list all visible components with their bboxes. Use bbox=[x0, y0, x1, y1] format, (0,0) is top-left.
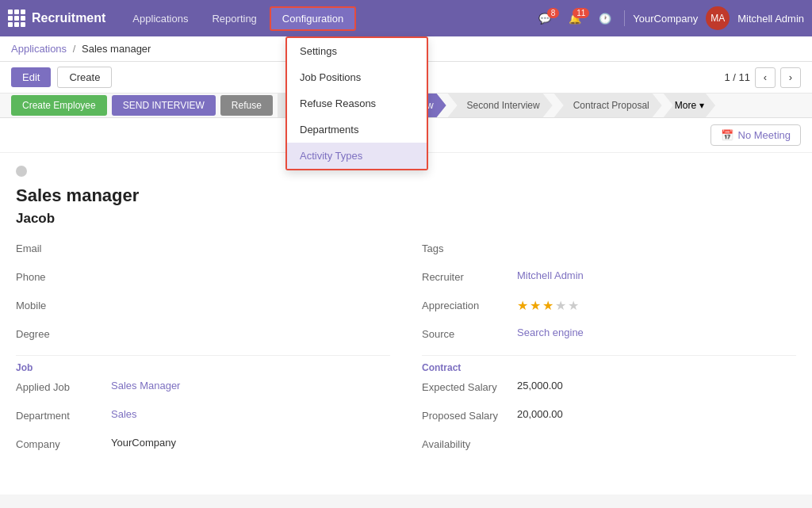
availability-label: Availability bbox=[422, 437, 517, 450]
calendar-icon: 📅 bbox=[721, 129, 733, 141]
degree-label: Degree bbox=[16, 327, 111, 340]
notifications-button[interactable]: 🔔 11 bbox=[564, 10, 586, 28]
department-value[interactable]: Sales bbox=[111, 408, 390, 421]
config-item-settings[interactable]: Settings bbox=[287, 38, 427, 64]
main-content: Sales manager Jacob Email Phone Mobile D bbox=[0, 153, 812, 478]
nav-links: Applications Reporting Configuration bbox=[121, 6, 534, 31]
star-5[interactable]: ★ bbox=[568, 298, 579, 313]
stage-second-interview[interactable]: Second Interview bbox=[448, 94, 553, 117]
record-title: Sales manager bbox=[16, 185, 796, 206]
recruiter-value[interactable]: Mitchell Admin bbox=[517, 269, 796, 282]
expected-salary-field-row: Expected Salary 25,000.00 bbox=[422, 380, 796, 400]
config-item-job-positions[interactable]: Job Positions bbox=[287, 64, 427, 90]
tags-field-row: Tags bbox=[422, 241, 796, 262]
pagination: 1 / 11 ‹ › bbox=[724, 67, 801, 88]
prev-page-button[interactable]: ‹ bbox=[755, 67, 776, 88]
next-page-button[interactable]: › bbox=[780, 67, 801, 88]
email-label: Email bbox=[16, 241, 111, 254]
expected-salary-value[interactable]: 25,000.00 bbox=[517, 380, 796, 392]
no-meeting-button[interactable]: 📅 No Meeting bbox=[710, 124, 801, 146]
star-1[interactable]: ★ bbox=[517, 298, 528, 313]
company-label: Company bbox=[16, 437, 111, 450]
refuse-button[interactable]: Refuse bbox=[220, 95, 273, 116]
breadcrumb-separator: / bbox=[73, 43, 76, 55]
nav-divider bbox=[624, 10, 625, 26]
star-2[interactable]: ★ bbox=[530, 298, 541, 313]
source-label: Source bbox=[422, 327, 517, 340]
proposed-salary-label: Proposed Salary bbox=[422, 408, 517, 422]
company-field-row: Company YourCompany bbox=[16, 437, 390, 457]
grid-icon bbox=[8, 10, 25, 27]
avatar-initials: MA bbox=[710, 13, 725, 24]
content-area[interactable]: Sales manager Jacob Email Phone Mobile D bbox=[0, 153, 812, 495]
proposed-salary-value[interactable]: 20,000.00 bbox=[517, 408, 796, 421]
mobile-label: Mobile bbox=[16, 298, 111, 311]
phone-field-row: Phone bbox=[16, 269, 390, 290]
tags-label: Tags bbox=[422, 241, 517, 254]
mobile-value[interactable] bbox=[111, 298, 390, 299]
degree-field-row: Degree bbox=[16, 327, 390, 347]
create-button[interactable]: Create bbox=[57, 67, 112, 88]
user-avatar[interactable]: MA bbox=[706, 6, 730, 30]
job-section-header: Job bbox=[16, 362, 390, 373]
user-name: Mitchell Admin bbox=[737, 13, 804, 25]
appreciation-label: Appreciation bbox=[422, 298, 517, 311]
more-label: More bbox=[675, 100, 696, 111]
messages-button[interactable]: 💬 8 bbox=[534, 10, 556, 28]
edit-button[interactable]: Edit bbox=[11, 67, 51, 87]
department-label: Department bbox=[16, 408, 111, 422]
create-employee-button[interactable]: Create Employee bbox=[11, 95, 107, 116]
recruiter-field-row: Recruiter Mitchell Admin bbox=[422, 269, 796, 290]
stage-contract-proposal-label: Contract Proposal bbox=[573, 100, 649, 111]
tags-value[interactable] bbox=[517, 241, 796, 242]
availability-value[interactable] bbox=[517, 437, 796, 437]
proposed-salary-field-row: Proposed Salary 20,000.00 bbox=[422, 408, 796, 429]
degree-value[interactable] bbox=[111, 327, 390, 327]
send-interview-button[interactable]: SEND INTERVIEW bbox=[112, 95, 216, 116]
source-value[interactable]: Search engine bbox=[517, 327, 796, 339]
topnav-right: 💬 8 🔔 11 🕐 YourCompany MA Mitchell Admin bbox=[534, 6, 804, 30]
email-field-row: Email bbox=[16, 241, 390, 262]
config-item-activity-types[interactable]: Activity Types bbox=[287, 143, 427, 169]
left-column: Email Phone Mobile Degree Job bbox=[16, 241, 390, 465]
expected-salary-label: Expected Salary bbox=[422, 380, 517, 393]
config-item-departments[interactable]: Departments bbox=[287, 116, 427, 143]
clock-button[interactable]: 🕐 bbox=[594, 10, 616, 28]
top-navigation: Recruitment Applications Reporting Confi… bbox=[0, 0, 812, 36]
appreciation-stars[interactable]: ★ ★ ★ ★ ★ bbox=[517, 298, 579, 313]
stage-second-interview-label: Second Interview bbox=[467, 100, 540, 111]
phone-value[interactable] bbox=[111, 269, 390, 270]
record-status-indicator bbox=[16, 166, 27, 177]
contract-section-header: Contract bbox=[422, 362, 796, 373]
company-value[interactable]: YourCompany bbox=[111, 437, 390, 449]
nav-configuration[interactable]: Configuration bbox=[270, 6, 356, 31]
config-dropdown: Settings Job Positions Refuse Reasons De… bbox=[285, 36, 428, 170]
breadcrumb-parent[interactable]: Applications bbox=[11, 43, 67, 55]
pagination-text: 1 / 11 bbox=[724, 71, 750, 83]
nav-reporting[interactable]: Reporting bbox=[201, 8, 267, 29]
breadcrumb-current: Sales manager bbox=[82, 43, 151, 55]
star-4[interactable]: ★ bbox=[555, 298, 566, 313]
mobile-field-row: Mobile bbox=[16, 298, 390, 319]
chevron-down-icon: ▾ bbox=[699, 100, 704, 111]
more-stages-button[interactable]: More ▾ bbox=[664, 94, 715, 117]
recruiter-label: Recruiter bbox=[422, 269, 517, 283]
stage-contract-proposal[interactable]: Contract Proposal bbox=[554, 94, 662, 117]
company-name: YourCompany bbox=[633, 13, 698, 25]
applied-job-label: Applied Job bbox=[16, 380, 111, 393]
nav-applications[interactable]: Applications bbox=[121, 8, 199, 29]
record-subtitle: Jacob bbox=[16, 211, 796, 227]
applied-job-value[interactable]: Sales Manager bbox=[111, 380, 390, 392]
app-brand[interactable]: Recruitment bbox=[8, 10, 105, 27]
source-field-row: Source Search engine bbox=[422, 327, 796, 347]
availability-field-row: Availability bbox=[422, 437, 796, 457]
config-item-refuse-reasons[interactable]: Refuse Reasons bbox=[287, 90, 427, 116]
applied-job-field-row: Applied Job Sales Manager bbox=[16, 380, 390, 400]
left-divider bbox=[16, 355, 390, 356]
email-value[interactable] bbox=[111, 241, 390, 242]
clock-icon: 🕐 bbox=[599, 13, 611, 25]
form-grid: Email Phone Mobile Degree Job bbox=[16, 241, 796, 465]
phone-label: Phone bbox=[16, 269, 111, 283]
message-badge: 8 bbox=[547, 8, 560, 18]
star-3[interactable]: ★ bbox=[542, 298, 553, 313]
